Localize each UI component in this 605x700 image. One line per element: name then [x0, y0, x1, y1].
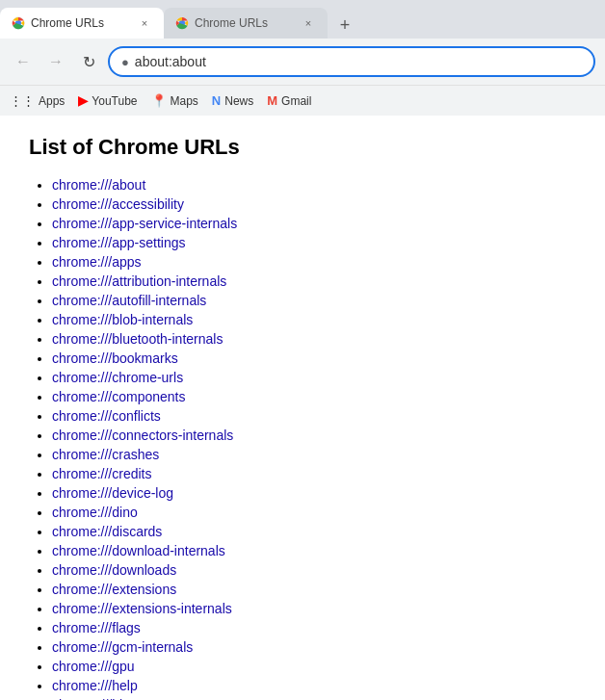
- address-bar[interactable]: ●: [108, 46, 595, 77]
- page-content: List of Chrome URLs chrome:///aboutchrom…: [0, 116, 605, 700]
- list-item: chrome:///device-log: [52, 485, 576, 501]
- list-item: chrome:///app-settings: [52, 235, 576, 250]
- chrome-url-link[interactable]: chrome:///conflicts: [52, 408, 161, 424]
- nav-bar: ← → ↻ ●: [0, 39, 605, 85]
- tab-bar: Chrome URLs × Chrome URLs × +: [0, 0, 605, 39]
- list-item: chrome:///bluetooth-internals: [52, 331, 576, 347]
- list-item: chrome:///bookmarks: [52, 350, 576, 366]
- chrome-url-link[interactable]: chrome:///bookmarks: [52, 350, 178, 366]
- list-item: chrome:///autofill-internals: [52, 293, 576, 308]
- list-item: chrome:///about: [52, 177, 576, 193]
- chrome-url-link[interactable]: chrome:///credits: [52, 466, 151, 481]
- reload-button[interactable]: ↻: [75, 48, 102, 75]
- bookmark-maps-label: Maps: [171, 94, 198, 108]
- list-item: chrome:///dino: [52, 505, 576, 520]
- list-item: chrome:///credits: [52, 466, 576, 481]
- chrome-url-link[interactable]: chrome:///download-internals: [52, 543, 225, 558]
- maps-icon: 📍: [151, 93, 167, 108]
- chrome-url-link[interactable]: chrome:///discards: [52, 524, 162, 539]
- youtube-icon: ▶: [78, 93, 88, 108]
- tab-1[interactable]: Chrome URLs ×: [0, 8, 164, 39]
- apps-icon: ⋮⋮: [10, 93, 35, 108]
- list-item: chrome:///gpu: [52, 659, 576, 674]
- list-item: chrome:///discards: [52, 524, 576, 539]
- tab-1-label: Chrome URLs: [31, 16, 131, 30]
- list-item: chrome:///conflicts: [52, 408, 576, 424]
- tab-2-label: Chrome URLs: [195, 16, 295, 30]
- bookmark-gmail-label: Gmail: [281, 94, 311, 108]
- chrome-url-link[interactable]: chrome:///gcm-internals: [52, 639, 193, 655]
- tab-2[interactable]: Chrome URLs ×: [164, 8, 328, 39]
- chrome-url-link[interactable]: chrome:///crashes: [52, 447, 159, 462]
- list-item: chrome:///accessibility: [52, 196, 576, 212]
- list-item: chrome:///apps: [52, 254, 576, 270]
- chrome-url-link[interactable]: chrome:///components: [52, 389, 186, 404]
- list-item: chrome:///extensions-internals: [52, 601, 576, 616]
- bookmarks-bar: ⋮⋮ Apps ▶ YouTube 📍 Maps N News M Gmail: [0, 85, 605, 116]
- chrome-url-link[interactable]: chrome:///flags: [52, 620, 141, 635]
- browser-frame: Chrome URLs × Chrome URLs × +: [0, 0, 605, 700]
- bookmark-news[interactable]: N News: [212, 93, 253, 108]
- chrome-url-link[interactable]: chrome:///dino: [52, 505, 138, 520]
- tab-1-favicon: [12, 16, 25, 30]
- news-icon: N: [212, 93, 221, 108]
- chrome-url-link[interactable]: chrome:///chrome-urls: [52, 370, 183, 385]
- list-item: chrome:///connectors-internals: [52, 428, 576, 443]
- tab-1-close[interactable]: ×: [137, 15, 152, 31]
- url-input[interactable]: [135, 54, 582, 69]
- chrome-url-link[interactable]: chrome:///blob-internals: [52, 312, 193, 327]
- bookmark-youtube[interactable]: ▶ YouTube: [78, 93, 137, 108]
- chrome-url-link[interactable]: chrome:///extensions-internals: [52, 601, 232, 616]
- chrome-url-link[interactable]: chrome:///apps: [52, 254, 142, 270]
- list-item: chrome:///downloads: [52, 562, 576, 578]
- lock-icon: ●: [121, 55, 129, 69]
- list-item: chrome:///blob-internals: [52, 312, 576, 327]
- chrome-url-link[interactable]: chrome:///app-settings: [52, 235, 186, 250]
- chrome-url-link[interactable]: chrome:///bluetooth-internals: [52, 331, 223, 347]
- chrome-url-link[interactable]: chrome:///extensions: [52, 582, 176, 597]
- list-item: chrome:///flags: [52, 620, 576, 635]
- list-item: chrome:///app-service-internals: [52, 216, 576, 231]
- new-tab-button[interactable]: +: [331, 12, 358, 39]
- back-button[interactable]: ←: [10, 48, 37, 75]
- chrome-url-list: chrome:///aboutchrome:///accessibilitych…: [29, 177, 576, 700]
- list-item: chrome:///gcm-internals: [52, 639, 576, 655]
- chrome-url-link[interactable]: chrome:///attribution-internals: [52, 273, 226, 289]
- tab-2-favicon: [175, 16, 189, 30]
- list-item: chrome:///help: [52, 678, 576, 693]
- chrome-url-link[interactable]: chrome:///autofill-internals: [52, 293, 206, 308]
- chrome-url-link[interactable]: chrome:///gpu: [52, 659, 135, 674]
- tab-2-close[interactable]: ×: [301, 15, 316, 31]
- bookmark-youtube-label: YouTube: [92, 94, 137, 108]
- gmail-icon: M: [267, 93, 277, 108]
- list-item: chrome:///download-internals: [52, 543, 576, 558]
- list-item: chrome:///attribution-internals: [52, 273, 576, 289]
- chrome-url-link[interactable]: chrome:///about: [52, 177, 145, 193]
- chrome-url-link[interactable]: chrome:///downloads: [52, 562, 176, 578]
- bookmark-news-label: News: [224, 94, 253, 108]
- chrome-url-link[interactable]: chrome:///app-service-internals: [52, 216, 237, 231]
- list-item: chrome:///chrome-urls: [52, 370, 576, 385]
- bookmark-gmail[interactable]: M Gmail: [267, 93, 311, 108]
- chrome-url-link[interactable]: chrome:///accessibility: [52, 196, 184, 212]
- bookmark-apps[interactable]: ⋮⋮ Apps: [10, 93, 65, 108]
- bookmark-maps[interactable]: 📍 Maps: [151, 93, 198, 108]
- bookmark-apps-label: Apps: [39, 94, 65, 108]
- list-item: chrome:///extensions: [52, 582, 576, 597]
- list-item: chrome:///crashes: [52, 447, 576, 462]
- forward-button[interactable]: →: [42, 48, 69, 75]
- chrome-url-link[interactable]: chrome:///device-log: [52, 485, 173, 501]
- chrome-url-link[interactable]: chrome:///help: [52, 678, 138, 693]
- list-item: chrome:///components: [52, 389, 576, 404]
- chrome-url-link[interactable]: chrome:///connectors-internals: [52, 428, 233, 443]
- page-title: List of Chrome URLs: [29, 135, 576, 160]
